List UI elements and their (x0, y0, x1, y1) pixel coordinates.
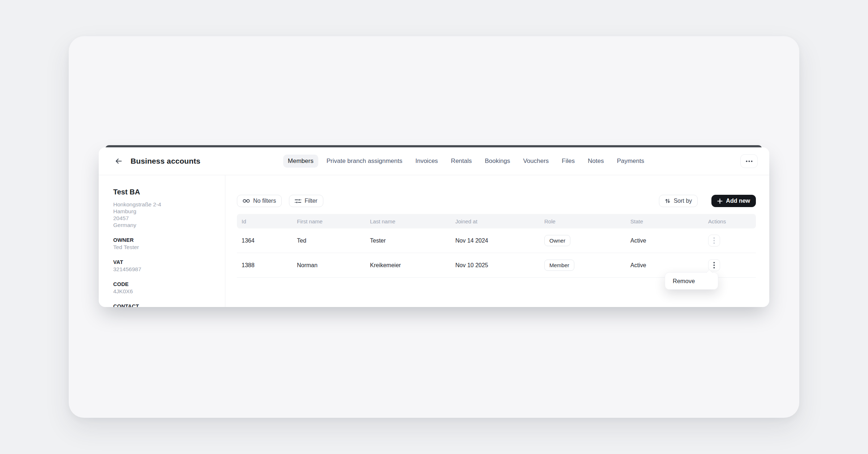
sort-by-label: Sort by (674, 198, 692, 204)
tab-bookings[interactable]: Bookings (480, 155, 515, 168)
row-actions-button[interactable] (708, 235, 720, 247)
filter-button[interactable]: Filter (289, 195, 323, 207)
page-title: Business accounts (131, 157, 200, 165)
vat-group: VAT 321456987 (113, 259, 215, 273)
row-actions-button-open[interactable] (708, 259, 720, 271)
owner-label: OWNER (113, 237, 215, 244)
tab-files[interactable]: Files (557, 155, 579, 168)
tab-members[interactable]: Members (283, 155, 318, 168)
cell-role: Member (540, 260, 626, 271)
code-group: CODE 4JK0X6 (113, 281, 215, 295)
members-table: Id First name Last name Joined at Role S… (237, 214, 756, 278)
role-badge: Member (544, 260, 574, 271)
code-label: CODE (113, 281, 215, 288)
column-header-role: Role (540, 218, 626, 224)
toolbar: No filters Filter (237, 195, 756, 207)
tab-notes[interactable]: Notes (583, 155, 608, 168)
ellipsis-vertical-icon (713, 237, 715, 244)
vat-label: VAT (113, 259, 215, 266)
add-new-button[interactable]: Add new (711, 195, 756, 207)
cell-id: 1364 (237, 237, 292, 244)
account-address: Honkongstraße 2-4 Hamburg 20457 Germany (113, 201, 215, 228)
cell-first-name: Ted (292, 237, 365, 244)
sort-arrows-icon (665, 198, 671, 204)
add-new-label: Add new (726, 198, 750, 204)
address-line: Honkongstraße 2-4 (113, 201, 215, 208)
tab-private-branch-assignments[interactable]: Private branch assignments (322, 155, 407, 168)
address-line: Hamburg (113, 208, 215, 215)
tab-vouchers[interactable]: Vouchers (518, 155, 553, 168)
business-account-sheet: Business accounts Members Private branch… (99, 147, 769, 307)
contact-label: CONTACT (113, 303, 215, 307)
column-header-first-name: First name (292, 218, 365, 224)
table-row: 1364 Ted Tester Nov 14 2024 Owner Active (237, 228, 756, 253)
column-header-id: Id (237, 218, 292, 224)
arrow-left-icon (115, 157, 123, 165)
table-header-row: Id First name Last name Joined at Role S… (237, 214, 756, 228)
filter-label: Filter (305, 198, 318, 204)
cell-id: 1388 (237, 262, 292, 269)
column-header-joined-at: Joined at (451, 218, 540, 224)
cell-last-name: Tester (365, 237, 451, 244)
tab-bar: Members Private branch assignments Invoi… (200, 155, 732, 168)
cell-last-name: Kreikemeier (365, 262, 451, 269)
column-header-state: State (626, 218, 703, 224)
account-sidebar: Test BA Honkongstraße 2-4 Hamburg 20457 … (99, 175, 225, 307)
account-name: Test BA (113, 187, 215, 197)
cell-state: Active (626, 262, 703, 269)
tab-invoices[interactable]: Invoices (410, 155, 442, 168)
ellipsis-vertical-icon (713, 262, 715, 269)
menu-item-remove[interactable]: Remove (665, 278, 718, 285)
row-actions-context-menu: Remove (665, 272, 718, 290)
cell-joined-at: Nov 10 2025 (451, 262, 540, 269)
adjustments-icon (295, 198, 301, 204)
cell-state: Active (626, 237, 703, 244)
owner-value: Ted Tester (113, 244, 215, 251)
tab-rentals[interactable]: Rentals (446, 155, 477, 168)
cell-actions (703, 235, 756, 247)
no-filters-label: No filters (253, 198, 276, 204)
address-line: Germany (113, 222, 215, 228)
contact-group: CONTACT (113, 303, 215, 307)
cell-first-name: Norman (292, 262, 365, 269)
cell-actions (703, 259, 756, 271)
vat-value: 321456987 (113, 266, 215, 273)
tab-payments[interactable]: Payments (612, 155, 649, 168)
back-button[interactable] (113, 156, 124, 167)
code-value: 4JK0X6 (113, 288, 215, 295)
ellipsis-horizontal-icon (746, 160, 753, 162)
infinity-icon (243, 199, 250, 203)
owner-group: OWNER Ted Tester (113, 237, 215, 251)
role-badge: Owner (544, 235, 570, 246)
column-header-actions: Actions (703, 218, 756, 224)
column-header-last-name: Last name (365, 218, 451, 224)
more-options-button[interactable] (740, 154, 758, 168)
cell-joined-at: Nov 14 2024 (451, 237, 540, 244)
sheet-header: Business accounts Members Private branch… (99, 147, 769, 175)
plus-icon (717, 198, 723, 204)
cell-role: Owner (540, 235, 626, 246)
address-line: 20457 (113, 215, 215, 222)
toolbar-right: Sort by Add new (659, 195, 756, 207)
no-filters-button[interactable]: No filters (237, 195, 282, 207)
sort-by-button[interactable]: Sort by (659, 195, 698, 207)
